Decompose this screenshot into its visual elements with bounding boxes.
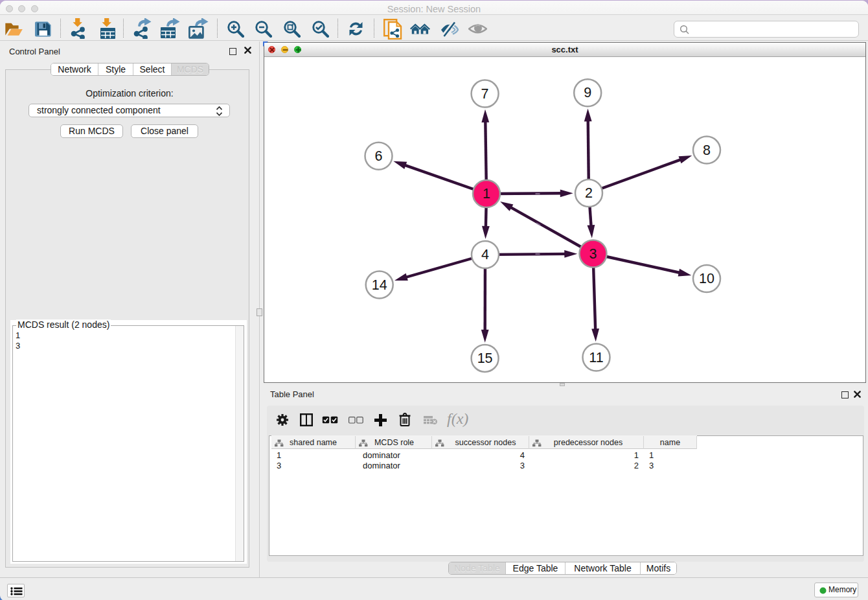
svg-text:9: 9 bbox=[584, 85, 591, 100]
svg-text:11: 11 bbox=[589, 350, 603, 365]
svg-text:10: 10 bbox=[699, 271, 714, 286]
svg-text:8: 8 bbox=[703, 143, 711, 158]
svg-text:2: 2 bbox=[585, 185, 593, 201]
svg-text:6: 6 bbox=[375, 148, 383, 164]
svg-text:14: 14 bbox=[372, 277, 387, 293]
svg-text:4: 4 bbox=[481, 247, 489, 262]
svg-text:1: 1 bbox=[483, 186, 490, 202]
svg-text:3: 3 bbox=[589, 246, 597, 262]
svg-text:15: 15 bbox=[477, 351, 493, 366]
svg-text:7: 7 bbox=[481, 86, 489, 102]
